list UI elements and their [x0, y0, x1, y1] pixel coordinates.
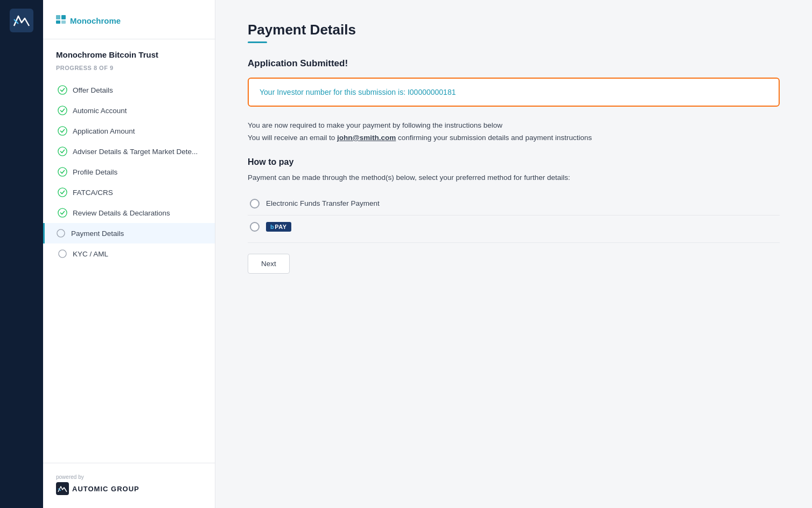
- progress-label: PROGRESS 8 OF 9: [43, 62, 215, 80]
- step-label: KYC / AML: [73, 250, 108, 258]
- step-label: Profile Details: [73, 168, 117, 176]
- sidebar-step-payment-details[interactable]: Payment Details: [43, 223, 215, 243]
- bpay-badge: bPAY: [266, 222, 291, 232]
- automic-logo: AUTOMIC GROUP: [56, 482, 202, 495]
- radio-eft[interactable]: [250, 199, 260, 208]
- svg-point-9: [58, 168, 67, 176]
- page-title: Payment Details: [248, 22, 780, 38]
- app-logo: [10, 9, 33, 32]
- svg-point-6: [58, 106, 67, 115]
- investor-number-text: Your Investor number for this submission…: [260, 88, 456, 96]
- steps-list: Offer Details Automic Account Applicatio…: [43, 80, 215, 463]
- submitted-title: Application Submitted!: [248, 58, 780, 69]
- brand-name: Monochrome: [70, 16, 121, 25]
- check-icon: [58, 167, 67, 177]
- payment-option-bpay[interactable]: bPAY: [248, 215, 780, 238]
- sidebar-step-fatca-crs[interactable]: FATCA/CRS: [43, 182, 215, 203]
- trust-name: Monochrome Bitcoin Trust: [43, 39, 215, 62]
- sidebar-step-offer-details[interactable]: Offer Details: [43, 80, 215, 100]
- info-email: john@smith.com: [337, 134, 396, 142]
- info-line2-suffix: confirming your submission details and p…: [396, 134, 592, 142]
- eft-label: Electronic Funds Transfer Payment: [266, 199, 380, 207]
- svg-point-12: [57, 229, 65, 237]
- sidebar-step-automic-account[interactable]: Automic Account: [43, 100, 215, 121]
- svg-point-13: [59, 250, 66, 258]
- svg-point-10: [58, 188, 67, 197]
- svg-point-5: [58, 86, 67, 94]
- info-line1: You are now required to make your paymen…: [248, 121, 502, 129]
- info-text-block: You are now required to make your paymen…: [248, 120, 780, 144]
- automic-label: AUTOMIC GROUP: [72, 485, 139, 493]
- investor-number-box: Your Investor number for this submission…: [248, 78, 780, 107]
- brand-icon: [56, 15, 66, 26]
- circle-icon: [56, 228, 66, 238]
- svg-rect-3: [56, 20, 60, 24]
- sidebar-step-review-details[interactable]: Review Details & Declarations: [43, 203, 215, 223]
- check-icon: [58, 147, 67, 156]
- info-line2-prefix: You will receive an email to: [248, 134, 337, 142]
- circle-icon: [58, 249, 67, 259]
- svg-rect-2: [61, 15, 66, 19]
- main-content: Payment Details Application Submitted! Y…: [215, 0, 812, 508]
- sidebar-footer: powered by AUTOMIC GROUP: [43, 463, 215, 495]
- title-underline: [248, 41, 267, 43]
- automic-icon: [56, 482, 69, 495]
- sidebar-step-kyc-aml[interactable]: KYC / AML: [43, 243, 215, 264]
- radio-bpay[interactable]: [250, 222, 260, 232]
- step-label: Payment Details: [71, 229, 124, 238]
- sidebar-brand: Monochrome: [43, 15, 215, 39]
- payment-divider: [248, 242, 780, 243]
- svg-rect-4: [61, 20, 66, 24]
- svg-rect-14: [56, 482, 69, 495]
- svg-point-7: [58, 127, 67, 135]
- nav-strip: [0, 0, 43, 508]
- sidebar-step-application-amount[interactable]: Application Amount: [43, 121, 215, 141]
- payment-option-eft[interactable]: Electronic Funds Transfer Payment: [248, 192, 780, 215]
- svg-point-8: [58, 147, 67, 156]
- payment-options-list: Electronic Funds Transfer Payment bPAY: [248, 192, 780, 238]
- check-icon: [58, 85, 67, 95]
- step-label: Review Details & Declarations: [73, 209, 170, 217]
- check-icon: [58, 187, 67, 197]
- pay-description: Payment can be made through the method(s…: [248, 173, 780, 182]
- how-to-pay-title: How to pay: [248, 157, 780, 167]
- svg-point-11: [58, 208, 67, 217]
- check-icon: [58, 126, 67, 136]
- svg-rect-1: [56, 15, 60, 19]
- sidebar: Monochrome Monochrome Bitcoin Trust PROG…: [43, 0, 215, 508]
- check-icon: [58, 208, 67, 218]
- step-label: Automic Account: [73, 107, 127, 115]
- next-button[interactable]: Next: [248, 254, 290, 274]
- sidebar-step-adviser-details[interactable]: Adviser Details & Target Market Dete...: [43, 141, 215, 162]
- svg-rect-0: [10, 9, 33, 32]
- step-label: Application Amount: [73, 127, 135, 135]
- check-icon: [58, 106, 67, 115]
- step-label: Offer Details: [73, 86, 113, 94]
- step-label: Adviser Details & Target Market Dete...: [73, 148, 198, 156]
- step-label: FATCA/CRS: [73, 189, 113, 197]
- sidebar-step-profile-details[interactable]: Profile Details: [43, 162, 215, 182]
- powered-by-label: powered by: [56, 474, 202, 480]
